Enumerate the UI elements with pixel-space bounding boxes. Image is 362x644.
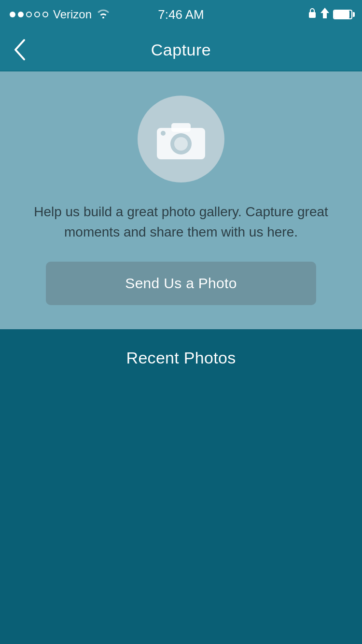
camera-icon-circle bbox=[138, 96, 224, 182]
status-left: Verizon bbox=[10, 8, 110, 21]
dot-2 bbox=[18, 12, 24, 17]
status-time: 7:46 AM bbox=[158, 7, 204, 22]
svg-rect-0 bbox=[309, 12, 316, 18]
dot-4 bbox=[34, 12, 40, 17]
svg-point-5 bbox=[161, 131, 166, 136]
battery-icon bbox=[333, 10, 352, 19]
page-title: Capture bbox=[151, 41, 211, 59]
recent-section: Recent Photos bbox=[0, 329, 362, 367]
location-icon bbox=[320, 8, 329, 21]
status-bar: Verizon 7:46 AM bbox=[0, 0, 362, 29]
battery-fill bbox=[334, 11, 349, 18]
svg-point-4 bbox=[174, 137, 188, 151]
dot-3 bbox=[26, 12, 32, 17]
camera-icon bbox=[154, 117, 208, 161]
lock-icon bbox=[308, 8, 317, 21]
status-right bbox=[308, 8, 352, 21]
svg-rect-2 bbox=[171, 123, 191, 132]
nav-bar: Capture bbox=[0, 29, 362, 71]
send-photo-button[interactable]: Send Us a Photo bbox=[46, 262, 316, 305]
capture-section: Help us build a great photo gallery. Cap… bbox=[0, 71, 362, 329]
capture-description: Help us build a great photo gallery. Cap… bbox=[31, 202, 331, 242]
wifi-icon bbox=[97, 8, 110, 21]
back-button[interactable] bbox=[12, 38, 26, 61]
signal-dots bbox=[10, 12, 48, 17]
carrier-label: Verizon bbox=[53, 8, 92, 21]
recent-photos-title: Recent Photos bbox=[0, 349, 362, 367]
dot-1 bbox=[10, 12, 15, 17]
dot-5 bbox=[42, 12, 48, 17]
